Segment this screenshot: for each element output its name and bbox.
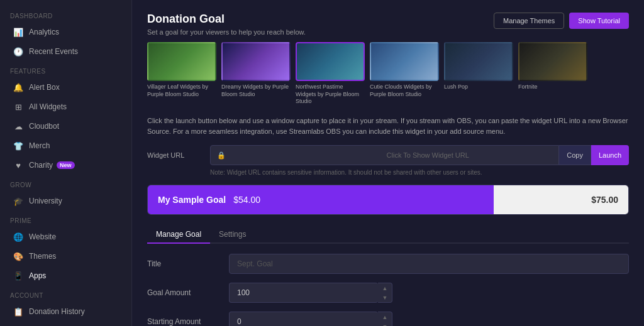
charity-icon: ♥ bbox=[13, 160, 24, 171]
theme-thumb-dreamy bbox=[221, 42, 291, 81]
theme-label-villager: Villager Leaf Widgets by Purple Bloom St… bbox=[147, 84, 216, 98]
sidebar-item-label: Website bbox=[29, 232, 56, 241]
sidebar-section-label: Dashboard bbox=[0, 6, 131, 22]
widget-url-input-wrap: 🔒 Click To Show Widget URL bbox=[210, 145, 559, 165]
starting-amount-input[interactable] bbox=[229, 312, 378, 326]
sidebar-item-merch[interactable]: 👕 Merch bbox=[3, 136, 129, 155]
starting-amount-wrap: ▲ ▼ bbox=[229, 312, 392, 326]
theme-card-cuticlouds[interactable]: Cutie Clouds Widgets by Purple Bloom Stu… bbox=[370, 42, 439, 106]
theme-card-lushpop[interactable]: Lush Pop bbox=[444, 42, 513, 106]
show-tutorial-button[interactable]: Show Tutorial bbox=[569, 13, 629, 29]
sidebar-section-grow: Grow 🎓 University bbox=[0, 175, 131, 211]
lock-icon: 🔒 bbox=[217, 151, 383, 160]
theme-card-northwest[interactable]: Northwest Pastime Widgets by Purple Bloo… bbox=[296, 42, 365, 106]
sidebar-item-label: Donation History bbox=[29, 307, 85, 316]
theme-label-lushpop: Lush Pop bbox=[444, 84, 513, 91]
theme-label-fortnite: Fortnite bbox=[518, 84, 587, 91]
theme-thumb-villager bbox=[147, 42, 216, 81]
sidebar-item-all-widgets[interactable]: ⊞ All Widgets bbox=[3, 97, 129, 116]
sidebar-item-recent-events[interactable]: 🕐 Recent Events bbox=[3, 42, 129, 61]
sidebar-section-dashboard: Dashboard 📊 Analytics 🕐 Recent Events bbox=[0, 6, 131, 62]
sidebar-item-label: All Widgets bbox=[29, 102, 67, 111]
website-icon: 🌐 bbox=[13, 231, 24, 242]
starting-amount-arrows: ▲ ▼ bbox=[378, 312, 392, 326]
sidebar: Dashboard 📊 Analytics 🕐 Recent Events Fe… bbox=[0, 0, 132, 326]
goal-amount-up[interactable]: ▲ bbox=[378, 283, 392, 293]
sidebar-item-label: Recent Events bbox=[29, 47, 78, 56]
theme-thumb-lushpop bbox=[444, 42, 513, 81]
goal-bar-container: My Sample Goal $54.00 $75.00 bbox=[147, 185, 629, 215]
form-label-starting-amount: Starting Amount bbox=[147, 317, 229, 326]
sidebar-item-label: Apps bbox=[29, 271, 46, 280]
form-row-title: Title bbox=[147, 254, 629, 274]
form-label-title: Title bbox=[147, 259, 229, 268]
sidebar-item-donation-history[interactable]: 📋 Donation History bbox=[3, 302, 129, 321]
manage-tabs: Manage Goal Settings bbox=[147, 226, 629, 244]
sidebar-item-university[interactable]: 🎓 University bbox=[3, 192, 129, 210]
form-label-goal-amount: Goal Amount bbox=[147, 288, 229, 297]
sidebar-section-prime: Prime 🌐 Website 🎨 Themes 📱 Apps bbox=[0, 211, 131, 286]
main-content: Donation Goal Set a goal for your viewer… bbox=[132, 0, 644, 326]
sidebar-item-website[interactable]: 🌐 Website bbox=[3, 227, 129, 246]
page-subtitle: Set a goal for your viewers to help you … bbox=[147, 28, 306, 36]
manage-themes-button[interactable]: Manage Themes bbox=[494, 13, 564, 29]
copy-url-button[interactable]: Copy bbox=[559, 145, 591, 165]
sidebar-item-themes[interactable]: 🎨 Themes bbox=[3, 247, 129, 266]
page-header: Donation Goal Set a goal for your viewer… bbox=[147, 13, 629, 36]
theme-card-fortnite[interactable]: Fortnite bbox=[518, 42, 587, 106]
merch-icon: 👕 bbox=[13, 140, 24, 151]
sidebar-item-charity[interactable]: ♥ Charity New bbox=[3, 156, 129, 175]
goal-form: Title Goal Amount ▲ ▼ Starting Amount bbox=[147, 254, 629, 326]
theme-label-northwest: Northwest Pastime Widgets by Purple Bloo… bbox=[296, 84, 365, 106]
starting-amount-up[interactable]: ▲ bbox=[378, 312, 392, 322]
analytics-icon: 📊 bbox=[13, 26, 24, 38]
theme-label-cuticlouds: Cutie Clouds Widgets by Purple Bloom Stu… bbox=[370, 84, 439, 98]
widget-url-label: Widget URL bbox=[147, 151, 210, 159]
sidebar-item-label: Alert Box bbox=[29, 83, 60, 92]
goal-amount-down[interactable]: ▼ bbox=[378, 293, 392, 302]
goal-label: My Sample Goal bbox=[158, 195, 226, 205]
sidebar-item-alert-box[interactable]: 🔔 Alert Box bbox=[3, 78, 129, 97]
recent-events-icon: 🕐 bbox=[13, 46, 24, 57]
launch-button[interactable]: Launch bbox=[591, 145, 629, 165]
sidebar-item-label: Analytics bbox=[29, 28, 59, 36]
sidebar-section-account: Account 📋 Donation History 👥 Subscriber … bbox=[0, 286, 131, 326]
tab-settings[interactable]: Settings bbox=[210, 226, 255, 244]
theme-thumb-fortnite bbox=[518, 42, 587, 81]
click-to-show[interactable]: Click To Show Widget URL bbox=[387, 151, 553, 159]
all-widgets-icon: ⊞ bbox=[13, 101, 24, 112]
form-row-starting-amount: Starting Amount ▲ ▼ bbox=[147, 312, 629, 326]
sidebar-item-apps[interactable]: 📱 Apps bbox=[3, 266, 129, 285]
header-buttons: Manage Themes Show Tutorial bbox=[494, 13, 629, 29]
goal-amount-arrows: ▲ ▼ bbox=[378, 283, 392, 303]
url-note: Note: Widget URL contains sensitive info… bbox=[210, 169, 629, 176]
sidebar-section-label: Grow bbox=[0, 175, 131, 191]
form-row-goal-amount: Goal Amount ▲ ▼ bbox=[147, 283, 629, 303]
charity-new-badge: New bbox=[57, 161, 75, 169]
instructions-text: Click the launch button below and use a … bbox=[147, 116, 629, 136]
themes-icon: 🎨 bbox=[13, 251, 24, 262]
goal-amount-input[interactable] bbox=[229, 283, 378, 303]
starting-amount-down[interactable]: ▼ bbox=[378, 322, 392, 326]
sidebar-section-label: Prime bbox=[0, 211, 131, 227]
sidebar-item-analytics[interactable]: 📊 Analytics bbox=[3, 23, 129, 41]
theme-card-villager[interactable]: Villager Leaf Widgets by Purple Bloom St… bbox=[147, 42, 216, 106]
sidebar-item-label: Cloudbot bbox=[29, 122, 59, 131]
title-input[interactable] bbox=[229, 254, 629, 274]
theme-card-dreamy[interactable]: Dreamy Widgets by Purple Bloom Studio bbox=[221, 42, 291, 106]
page-header-left: Donation Goal Set a goal for your viewer… bbox=[147, 13, 306, 36]
alert-box-icon: 🔔 bbox=[13, 82, 24, 93]
sidebar-item-label: University bbox=[29, 197, 62, 205]
sidebar-section-features: Features 🔔 Alert Box ⊞ All Widgets ☁ Clo… bbox=[0, 62, 131, 175]
sidebar-item-cloudbot[interactable]: ☁ Cloudbot bbox=[3, 117, 129, 136]
sidebar-item-label: Themes bbox=[29, 252, 56, 261]
main-content-area: Donation Goal Set a goal for your viewer… bbox=[132, 0, 644, 326]
widget-url-row: Widget URL 🔒 Click To Show Widget URL Co… bbox=[147, 145, 629, 165]
tab-manage-goal[interactable]: Manage Goal bbox=[147, 226, 210, 244]
goal-amount-wrap: ▲ ▼ bbox=[229, 283, 392, 303]
sidebar-item-subscriber-history[interactable]: 👥 Subscriber History bbox=[3, 322, 129, 326]
donation-history-icon: 📋 bbox=[13, 306, 24, 317]
apps-icon: 📱 bbox=[13, 270, 24, 281]
goal-bar-goal-label: $54.00 bbox=[233, 195, 484, 205]
sidebar-section-label: Features bbox=[0, 62, 131, 77]
